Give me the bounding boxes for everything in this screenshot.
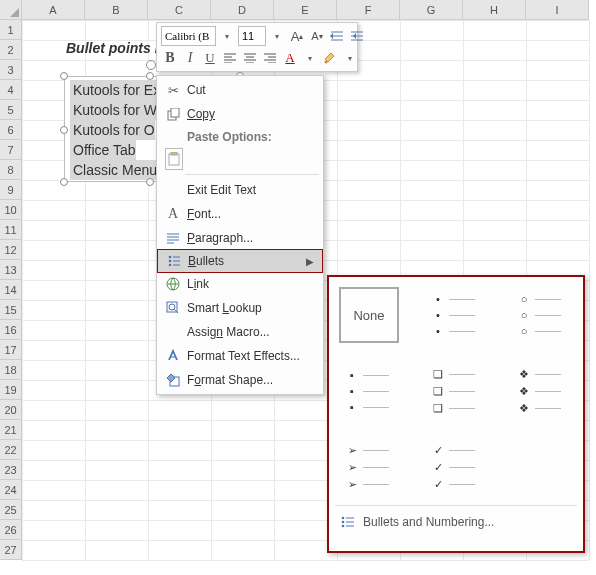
grow-font-button[interactable]: A▴ (288, 26, 306, 46)
row-hdr[interactable]: 23 (0, 460, 21, 480)
font-name-dropdown-icon[interactable]: ▾ (218, 26, 236, 46)
bullet-option-circle[interactable]: ○ ○ ○ (511, 287, 571, 343)
row-hdr[interactable]: 26 (0, 520, 21, 540)
row-hdr[interactable]: 18 (0, 360, 21, 380)
menu-format-shape[interactable]: Format Shape... (157, 368, 323, 392)
separator (185, 174, 319, 175)
row-hdr[interactable]: 16 (0, 320, 21, 340)
bullet-option-filled-square[interactable]: ▪ ▪ ▪ (339, 363, 399, 419)
resize-handle[interactable] (60, 72, 68, 80)
font-size-input[interactable] (238, 26, 266, 46)
menu-format-text-effects[interactable]: Format Text Effects... (157, 344, 323, 368)
format-shape-icon (163, 373, 183, 387)
increase-indent-icon[interactable] (348, 26, 366, 46)
select-all-corner[interactable] (0, 0, 22, 20)
bold-button[interactable]: B (161, 48, 179, 68)
row-hdr[interactable]: 27 (0, 540, 21, 560)
bullet-option-hollow-square[interactable]: ❏ ❏ ❏ (425, 363, 485, 419)
menu-smart-lookup[interactable]: Smart Lookup (157, 296, 323, 320)
row-hdr[interactable]: 19 (0, 380, 21, 400)
rotation-handle-icon[interactable] (146, 60, 156, 70)
bullet-option-none[interactable]: None (339, 287, 399, 343)
underline-button[interactable]: U (201, 48, 219, 68)
font-color-dropdown-icon[interactable]: ▾ (301, 48, 319, 68)
row-hdr[interactable]: 7 (0, 140, 21, 160)
paste-options-header: Paste Options: (157, 126, 323, 146)
paste-option-button[interactable] (165, 148, 183, 170)
col-hdr-c[interactable]: C (148, 0, 211, 19)
italic-button[interactable]: I (181, 48, 199, 68)
resize-handle[interactable] (60, 178, 68, 186)
link-icon (163, 277, 183, 291)
format-effects-icon (163, 349, 183, 363)
svg-point-12 (342, 517, 345, 520)
menu-cut[interactable]: ✂ Cut (157, 78, 323, 102)
menu-paragraph[interactable]: Paragraph... (157, 226, 323, 250)
bullet-option-empty[interactable] (511, 439, 571, 495)
svg-rect-4 (171, 152, 177, 155)
resize-handle[interactable] (60, 126, 68, 134)
svg-point-5 (168, 256, 171, 259)
row-hdr[interactable]: 9 (0, 180, 21, 200)
textbox-line: Kutools for W (70, 100, 157, 120)
resize-handle[interactable] (146, 72, 154, 80)
col-hdr-g[interactable]: G (400, 0, 463, 19)
resize-handle[interactable] (146, 178, 154, 186)
format-painter-dropdown-icon[interactable]: ▾ (341, 48, 359, 68)
format-painter-icon[interactable] (321, 48, 339, 68)
col-hdr-b[interactable]: B (85, 0, 148, 19)
bullet-option-arrow[interactable]: ➢ ➢ ➢ (339, 439, 399, 495)
col-hdr-d[interactable]: D (211, 0, 274, 19)
row-hdr[interactable]: 25 (0, 500, 21, 520)
row-hdr[interactable]: 12 (0, 240, 21, 260)
align-left-icon[interactable] (221, 48, 239, 68)
bullets-and-numbering-label: Bullets and Numbering... (363, 515, 494, 529)
bullet-option-disc[interactable]: • • • (425, 287, 485, 343)
textbox-line: Classic Menu (70, 160, 157, 180)
row-hdr[interactable]: 5 (0, 100, 21, 120)
row-hdr[interactable]: 10 (0, 200, 21, 220)
menu-font[interactable]: A Font... (157, 202, 323, 226)
shrink-font-button[interactable]: A▾ (308, 26, 326, 46)
row-hdr[interactable]: 24 (0, 480, 21, 500)
svg-point-14 (342, 525, 345, 528)
row-hdr[interactable]: 2 (0, 40, 21, 60)
row-hdr[interactable]: 6 (0, 120, 21, 140)
menu-exit-edit-text[interactable]: Exit Edit Text (157, 178, 323, 202)
paragraph-icon (163, 232, 183, 244)
bullets-flyout: None • • • ○ ○ ○ ▪ ▪ ▪ ❏ ❏ ❏ ❖ ❖ ❖ ➢ ➢ (327, 275, 585, 553)
copy-icon (163, 108, 183, 121)
context-menu: ✂ Cut Copy Paste Options: Exit Edit Text… (156, 75, 324, 395)
font-color-button[interactable]: A (281, 48, 299, 68)
col-hdr-e[interactable]: E (274, 0, 337, 19)
menu-bullets[interactable]: Bullets ▶ (157, 249, 323, 273)
row-hdr[interactable]: 11 (0, 220, 21, 240)
menu-link[interactable]: Link (157, 272, 323, 296)
row-hdr[interactable]: 4 (0, 80, 21, 100)
row-hdr[interactable]: 15 (0, 300, 21, 320)
row-hdr[interactable]: 21 (0, 420, 21, 440)
menu-assign-macro[interactable]: Assign Macro... (157, 320, 323, 344)
row-hdr[interactable]: 8 (0, 160, 21, 180)
svg-point-13 (342, 521, 345, 524)
menu-copy[interactable]: Copy (157, 102, 323, 126)
bullets-and-numbering-item[interactable]: Bullets and Numbering... (339, 510, 573, 534)
col-hdr-i[interactable]: I (526, 0, 589, 19)
row-hdr[interactable]: 3 (0, 60, 21, 80)
decrease-indent-icon[interactable] (328, 26, 346, 46)
align-center-icon[interactable] (241, 48, 259, 68)
col-hdr-h[interactable]: H (463, 0, 526, 19)
align-right-icon[interactable] (261, 48, 279, 68)
row-hdr[interactable]: 1 (0, 20, 21, 40)
bullet-option-diamond[interactable]: ❖ ❖ ❖ (511, 363, 571, 419)
row-hdr[interactable]: 20 (0, 400, 21, 420)
font-name-input[interactable] (161, 26, 216, 46)
row-hdr[interactable]: 13 (0, 260, 21, 280)
row-hdr[interactable]: 17 (0, 340, 21, 360)
font-size-dropdown-icon[interactable]: ▾ (268, 26, 286, 46)
bullet-option-check[interactable]: ✓ ✓ ✓ (425, 439, 485, 495)
col-hdr-a[interactable]: A (22, 0, 85, 19)
col-hdr-f[interactable]: F (337, 0, 400, 19)
row-hdr[interactable]: 14 (0, 280, 21, 300)
row-hdr[interactable]: 22 (0, 440, 21, 460)
